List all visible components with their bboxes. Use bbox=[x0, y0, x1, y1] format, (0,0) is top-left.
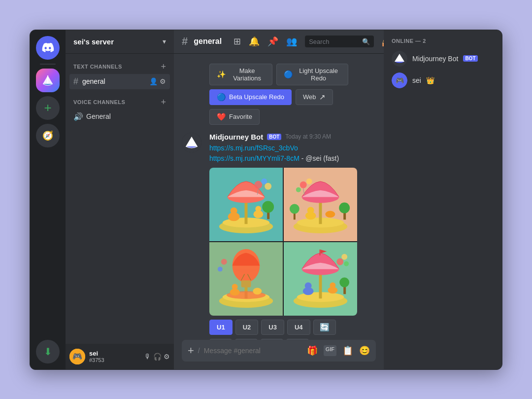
heart-icon: ❤️ bbox=[217, 112, 226, 121]
text-channels-header[interactable]: Text Channels + bbox=[69, 62, 170, 72]
light-upscale-redo-button[interactable]: 🔵 Light Upscale Redo bbox=[276, 64, 348, 85]
grid-image-4 bbox=[284, 242, 357, 316]
user-controls: 🎙 🎧 ⚙ bbox=[144, 353, 170, 361]
svg-point-58 bbox=[330, 282, 335, 288]
svg-point-13 bbox=[255, 206, 261, 212]
message-timestamp: Today at 9:30 AM bbox=[285, 133, 331, 140]
members-sidebar: ONLINE — 2 Midjourney Bot BOT 🎮 sei 👑 bbox=[384, 30, 502, 369]
midjourney-bot-badge: BOT bbox=[463, 55, 477, 62]
server-settings-header-icon[interactable]: ⊞ bbox=[233, 36, 241, 47]
search-icon: 🔍 bbox=[362, 38, 370, 45]
explore-button[interactable]: 🧭 bbox=[36, 124, 60, 147]
make-variations-button[interactable]: ✨ Make Variations bbox=[209, 64, 272, 85]
voice-channel-name: General bbox=[86, 112, 166, 120]
emoji-icon[interactable]: 😊 bbox=[359, 345, 370, 356]
members-header-icon[interactable]: 👥 bbox=[286, 36, 297, 47]
chat-input-box: + / 🎁 GIF 📋 😊 bbox=[182, 340, 376, 362]
discord-home-button[interactable] bbox=[36, 36, 60, 60]
beta-icon: 🔵 bbox=[217, 93, 226, 102]
grid-image-2 bbox=[284, 168, 357, 241]
svg-point-28 bbox=[300, 181, 307, 188]
text-channels-section: Text Channels + # general 👤 ⚙ bbox=[69, 62, 170, 89]
u-buttons-row: U1 U2 U3 U4 🔄 bbox=[209, 320, 376, 335]
svg-point-33 bbox=[339, 202, 350, 213]
voice-channels-header[interactable]: Voice Channels + bbox=[69, 97, 170, 108]
app-window: + 🧭 ⬇ sei's server ▾ Text Channels + # g… bbox=[30, 30, 502, 370]
gift-icon[interactable]: 🎁 bbox=[307, 345, 318, 356]
beta-upscale-label: Beta Upscale Redo bbox=[229, 93, 284, 101]
add-voice-channel-icon[interactable]: + bbox=[161, 97, 166, 108]
svg-marker-54 bbox=[321, 249, 327, 253]
compass-icon: 🧭 bbox=[42, 130, 53, 141]
svg-point-48 bbox=[218, 266, 223, 271]
u1-button[interactable]: U1 bbox=[209, 320, 233, 335]
web-label: Web bbox=[303, 93, 316, 101]
channel-item-voice-general[interactable]: 🔊 General bbox=[69, 109, 170, 124]
svg-point-27 bbox=[325, 211, 335, 218]
generated-image-grid[interactable] bbox=[209, 168, 357, 316]
microphone-icon[interactable]: 🎙 bbox=[144, 353, 151, 361]
message-input[interactable] bbox=[204, 347, 303, 355]
chat-header-hash-icon: # bbox=[182, 35, 188, 48]
action-row-3: ❤️ Favorite bbox=[209, 109, 348, 125]
input-right-icons: 🎁 GIF 📋 😊 bbox=[307, 345, 370, 356]
gif-icon[interactable]: GIF bbox=[324, 345, 336, 356]
user-area: 🎮 sei #3753 🎙 🎧 ⚙ bbox=[66, 344, 174, 369]
message-link-2[interactable]: https://s.mj.run/MYYmli7-8cM bbox=[209, 154, 299, 162]
add-attachment-button[interactable]: + bbox=[188, 344, 194, 357]
download-button[interactable]: ⬇ bbox=[36, 340, 60, 363]
download-icon: ⬇ bbox=[44, 346, 52, 358]
file-upload-icon[interactable]: 📋 bbox=[342, 345, 353, 356]
svg-point-11 bbox=[231, 207, 237, 214]
user-settings-icon[interactable]: ⚙ bbox=[164, 353, 170, 361]
voice-channels-label: Voice Channels bbox=[73, 99, 125, 105]
settings-icon-channel[interactable]: ⚙ bbox=[160, 77, 166, 85]
sei-server-icon[interactable] bbox=[36, 69, 60, 92]
member-icon: 👤 bbox=[149, 77, 158, 85]
grid-image-1 bbox=[209, 168, 283, 241]
search-bar[interactable]: Search 🔍 bbox=[305, 36, 374, 47]
svg-point-14 bbox=[254, 181, 262, 188]
svg-point-35 bbox=[290, 204, 299, 214]
u3-button[interactable]: U3 bbox=[261, 320, 284, 335]
midjourney-bot-avatar bbox=[392, 51, 407, 67]
voice-speaker-icon: 🔊 bbox=[73, 112, 83, 121]
message-author: Midjourney Bot bbox=[209, 133, 263, 141]
svg-point-20 bbox=[262, 201, 274, 213]
favorite-label: Favorite bbox=[229, 113, 252, 120]
member-item-sei[interactable]: 🎮 sei 👑 bbox=[388, 70, 498, 91]
make-variations-label: Make Variations bbox=[229, 67, 265, 82]
chat-header-channel-name: general bbox=[194, 37, 222, 46]
pin-header-icon[interactable]: 📌 bbox=[267, 36, 278, 47]
add-server-button[interactable]: + bbox=[36, 96, 60, 120]
user-avatar: 🎮 bbox=[69, 349, 85, 364]
add-icon: + bbox=[44, 100, 51, 115]
external-link-icon: ↗ bbox=[319, 93, 326, 102]
slash-command-indicator: / bbox=[198, 347, 200, 355]
notifications-header-icon[interactable]: 🔔 bbox=[249, 36, 260, 47]
svg-point-59 bbox=[336, 258, 343, 265]
message-link-1[interactable]: https://s.mj.run/fSRsc_3cbVo bbox=[209, 144, 298, 152]
chat-header: # general ⊞ 🔔 📌 👥 Search 🔍 📥 ? bbox=[174, 30, 384, 54]
headphones-icon[interactable]: 🎧 bbox=[153, 353, 162, 361]
message-body: Midjourney Bot BOT Today at 9:30 AM http… bbox=[209, 133, 376, 340]
beta-upscale-redo-button[interactable]: 🔵 Beta Upscale Redo bbox=[209, 89, 292, 105]
web-button[interactable]: Web ↗ bbox=[296, 89, 333, 105]
main-area: # general ⊞ 🔔 📌 👥 Search 🔍 📥 ? bbox=[174, 30, 384, 369]
svg-point-61 bbox=[344, 261, 349, 266]
member-item-midjourney[interactable]: Midjourney Bot BOT bbox=[388, 48, 498, 70]
grid-image-3 bbox=[209, 242, 283, 316]
bot-avatar bbox=[182, 133, 201, 152]
u4-button[interactable]: U4 bbox=[287, 320, 310, 335]
server-header[interactable]: sei's server ▾ bbox=[66, 30, 174, 54]
add-text-channel-icon[interactable]: + bbox=[161, 62, 166, 72]
refresh-button[interactable]: 🔄 bbox=[313, 320, 336, 335]
svg-point-56 bbox=[305, 282, 312, 289]
u2-button[interactable]: U2 bbox=[235, 320, 259, 335]
server-dropdown-icon: ▾ bbox=[163, 37, 166, 45]
favorite-button[interactable]: ❤️ Favorite bbox=[209, 109, 260, 125]
svg-rect-1 bbox=[47, 75, 48, 84]
channel-item-general[interactable]: # general 👤 ⚙ bbox=[69, 74, 170, 89]
search-placeholder: Search bbox=[309, 38, 329, 45]
svg-point-26 bbox=[307, 207, 314, 214]
